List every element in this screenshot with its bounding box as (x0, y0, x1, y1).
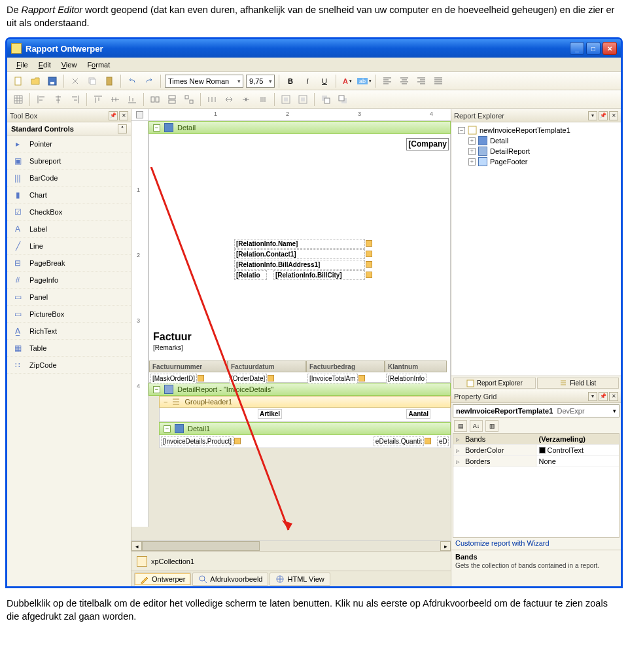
undo-button[interactable] (125, 74, 139, 88)
component-xpcollection1[interactable]: xpCollection1 (151, 557, 194, 565)
dropdown-icon[interactable]: ▾ (588, 111, 597, 120)
horizontal-scrollbar[interactable]: ◂ ▸ (131, 540, 451, 551)
val-relationinfo[interactable]: [RelationInfo (386, 374, 427, 383)
toolbox-pin-icon[interactable]: 📌 (109, 111, 118, 120)
tree-node-pagefooter[interactable]: + PageFooter (454, 156, 618, 167)
center-horiz-button[interactable] (279, 92, 293, 107)
property-row-bordercolor[interactable]: ▹BorderColorControlText (453, 445, 619, 456)
tab-htmlview[interactable]: HTML View (270, 573, 330, 586)
align-bottoms-button[interactable] (125, 92, 139, 107)
tab-field-list[interactable]: Field List (537, 378, 619, 389)
field-relation-name[interactable]: [RelationInfo.Name] (234, 239, 365, 249)
cut-button[interactable] (68, 74, 82, 88)
toolbox-item-panel[interactable]: ▭Panel (7, 289, 131, 306)
property-table[interactable]: ▹Bands(Verzameling)▹BorderColorControlTe… (453, 433, 619, 538)
company-label[interactable]: [Company (406, 138, 449, 150)
bring-front-button[interactable] (319, 92, 333, 107)
field-product[interactable]: [InvoiceDetails.Product] (161, 436, 234, 446)
titlebar[interactable]: Rapport Ontwerper _ □ ✕ (7, 39, 621, 58)
copy-button[interactable] (85, 74, 99, 88)
xpcollection-icon[interactable] (137, 556, 147, 567)
detail1-body[interactable]: [InvoiceDetails.Product] eDetails.Quanti… (159, 435, 451, 448)
redo-button[interactable] (142, 74, 156, 88)
collapse-icon[interactable]: − (153, 124, 160, 132)
band-detailreport-header[interactable]: − DetailReport - "InvoiceDetails" (148, 383, 451, 396)
menu-file[interactable]: File (11, 60, 33, 70)
dropdown-icon[interactable]: ▾ (588, 392, 597, 401)
field-relation-city[interactable]: [RelationInfo.BillCity] (273, 270, 365, 280)
smart-tag-icon[interactable] (366, 272, 372, 278)
collapse-icon[interactable]: − (164, 398, 167, 406)
field-ed[interactable]: eD (437, 436, 449, 446)
tab-preview[interactable]: Afdrukvoorbeeld (192, 573, 268, 586)
menu-edit[interactable]: Edit (33, 60, 56, 70)
tree-node-detail[interactable]: + Detail (454, 135, 618, 146)
report-explorer-tree[interactable]: − newInvoiceReportTemplate1 + Detail + D… (451, 122, 621, 376)
open-file-button[interactable] (28, 74, 43, 88)
pin-icon[interactable]: 📌 (599, 111, 608, 120)
close-button[interactable]: ✕ (602, 42, 617, 55)
col-factuurnummer[interactable]: Factuurnummer (149, 361, 228, 372)
field-relation-address[interactable]: [RelationInfo.BillAddress1] (234, 260, 365, 270)
italic-button[interactable]: I (300, 74, 315, 88)
toolbox-item-zipcode[interactable]: ∷ZipCode (7, 357, 131, 374)
factuur-title[interactable]: Factuur (152, 330, 193, 344)
expand-icon[interactable]: + (468, 137, 476, 145)
toolbox-item-table[interactable]: ▦Table (7, 340, 131, 357)
collapse-icon[interactable]: − (153, 386, 160, 393)
highlight-button[interactable]: ab▾ (357, 74, 372, 88)
expand-icon[interactable]: + (468, 158, 476, 166)
close-icon[interactable]: ✕ (609, 111, 618, 120)
val-invoicetotal[interactable]: [InvoiceTotalAm (307, 374, 358, 383)
toolbox-group-header[interactable]: Standard Controls ˄ (7, 122, 131, 135)
toolbox-item-checkbox[interactable]: ☑CheckBox (7, 203, 131, 221)
smart-tag-icon[interactable] (366, 240, 372, 247)
select-all-icon[interactable] (136, 111, 143, 118)
col-factuurdatum[interactable]: Factuurdatum (228, 361, 306, 372)
smart-tag-icon[interactable] (425, 438, 431, 444)
groupheader-body[interactable]: Artikel Aantal (159, 408, 451, 422)
remarks-field[interactable]: [Remarks] (152, 344, 184, 352)
minimize-button[interactable]: _ (570, 42, 584, 55)
font-name-combo[interactable]: Times New Roman (165, 75, 243, 88)
field-relation-contact[interactable]: [Relation.Contact1] (234, 249, 365, 259)
smart-tag-icon[interactable] (198, 375, 204, 381)
center-vert-button[interactable] (296, 92, 310, 107)
property-row-bands[interactable]: ▹Bands(Verzameling) (453, 434, 619, 445)
band-detail-header[interactable]: − Detail (148, 121, 451, 134)
font-size-combo[interactable]: 9,75 (246, 75, 275, 88)
hspace-increase-button[interactable] (222, 92, 236, 107)
band-groupheader1-header[interactable]: − GroupHeader1 (159, 396, 451, 408)
vertical-ruler[interactable]: 1 2 3 4 (131, 121, 148, 527)
same-height-button[interactable] (165, 92, 179, 107)
band-detail1-header[interactable]: − Detail1 (159, 422, 451, 435)
col-artikel[interactable]: Artikel (258, 409, 282, 419)
property-pages-button[interactable]: ▥ (485, 420, 498, 432)
tab-designer[interactable]: Ontwerper (134, 573, 191, 586)
tree-node-detailreport[interactable]: + DetailReport (454, 146, 618, 156)
align-tops-button[interactable] (91, 92, 105, 107)
field-relatio[interactable]: [Relatio (234, 270, 267, 280)
menu-format[interactable]: Format (82, 60, 115, 70)
horizontal-ruler[interactable]: 1 2 3 4 (148, 109, 451, 120)
align-justify-button[interactable] (431, 74, 445, 88)
smart-tag-icon[interactable] (366, 261, 372, 268)
align-lefts-button[interactable] (34, 92, 48, 107)
col-klantnum[interactable]: Klantnum (385, 361, 447, 372)
align-rights-button[interactable] (68, 92, 82, 107)
toolbox-item-richtext[interactable]: A̲RichText (7, 323, 131, 340)
menu-view[interactable]: View (56, 60, 82, 70)
scroll-thumb[interactable] (142, 541, 260, 551)
toolbox-item-barcode[interactable]: |||BarCode (7, 169, 131, 186)
smart-tag-icon[interactable] (268, 375, 274, 381)
toolbox-item-label[interactable]: ALabel (7, 221, 131, 238)
close-icon[interactable]: ✕ (609, 392, 618, 401)
snap-grid-button[interactable] (11, 92, 26, 107)
align-center-button[interactable] (397, 74, 411, 88)
customize-wizard-link[interactable]: Customize report with Wizard (451, 538, 621, 550)
new-file-button[interactable] (11, 74, 26, 88)
toolbox-item-picturebox[interactable]: ▭PictureBox (7, 306, 131, 323)
tab-report-explorer[interactable]: Report Explorer (453, 378, 536, 389)
toolbox-item-pagebreak[interactable]: ⊟PageBreak (7, 255, 131, 272)
scroll-right-button[interactable]: ▸ (440, 541, 451, 551)
